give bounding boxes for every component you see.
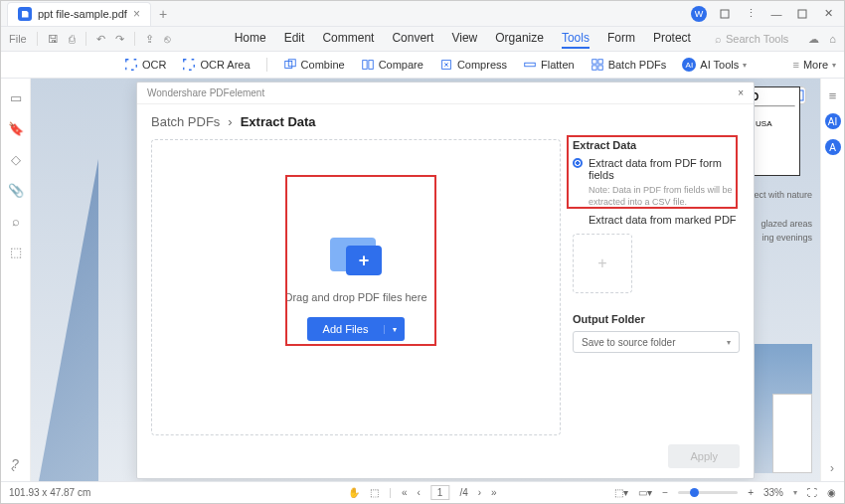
undo-icon[interactable]: ↶ bbox=[96, 33, 105, 46]
page-total: 4 bbox=[462, 487, 468, 498]
breadcrumb: Batch PDFs › Extract Data bbox=[137, 104, 754, 139]
chevron-down-icon: ▾ bbox=[727, 338, 731, 347]
folder-plus-icon: + bbox=[330, 234, 382, 275]
minimize-window-button[interactable]: — bbox=[768, 6, 784, 22]
radio-marked-pdf[interactable]: Extract data from marked PDF bbox=[589, 214, 740, 226]
hand-tool-icon[interactable]: ✋ bbox=[348, 487, 360, 498]
status-bar: 101.93 x 47.87 cm ✋ ⬚ | « ‹ 1 /4 › » ⬚▾ … bbox=[1, 481, 844, 503]
close-window-button[interactable]: ✕ bbox=[820, 6, 836, 22]
fit-width-icon[interactable]: ⬚▾ bbox=[614, 487, 628, 498]
app-menu-icon[interactable] bbox=[717, 6, 733, 22]
page-dimensions: 101.93 x 47.87 cm bbox=[9, 487, 90, 498]
menu-edit[interactable]: Edit bbox=[284, 29, 305, 49]
page-layout-icon[interactable]: ▭▾ bbox=[638, 487, 652, 498]
close-tab-icon[interactable]: × bbox=[133, 7, 140, 21]
chevron-down-icon: ▾ bbox=[743, 61, 747, 70]
ai-helper-icon[interactable]: AI bbox=[825, 113, 841, 129]
extract-options-panel: Extract Data Extract data from PDF form … bbox=[573, 139, 740, 435]
kebab-menu-icon[interactable]: ⋮ bbox=[743, 6, 759, 22]
cloud-icon[interactable]: ☁ bbox=[808, 33, 819, 46]
page-input[interactable]: 1 bbox=[430, 485, 450, 500]
left-sidebar: ▭ 🔖 ◇ 📎 ⌕ ⬚ ? bbox=[1, 79, 31, 481]
menu-tabs: Home Edit Comment Convert View Organize … bbox=[235, 29, 691, 49]
maximize-window-button[interactable] bbox=[794, 6, 810, 22]
prev-page-arrow[interactable]: ‹ bbox=[11, 461, 15, 475]
translate-icon[interactable]: A bbox=[825, 139, 841, 155]
svg-rect-0 bbox=[721, 10, 729, 18]
search-panel-icon[interactable]: ⌕ bbox=[12, 214, 20, 229]
compare-button[interactable]: Compare bbox=[361, 58, 423, 72]
menu-form[interactable]: Form bbox=[607, 29, 635, 49]
last-page-button[interactable]: » bbox=[491, 487, 497, 498]
ai-icon: AI bbox=[682, 58, 696, 72]
ocr-button[interactable]: OCR bbox=[124, 58, 166, 72]
account-badge-icon[interactable]: W bbox=[691, 6, 707, 22]
prev-page-button[interactable]: ‹ bbox=[418, 487, 421, 498]
bookmarks-icon[interactable]: 🔖 bbox=[8, 121, 24, 136]
fullscreen-icon[interactable]: ⛶ bbox=[807, 487, 817, 498]
svg-rect-3 bbox=[184, 60, 195, 71]
zoom-value[interactable]: 33% bbox=[763, 487, 783, 498]
output-folder-select[interactable]: Save to source folder ▾ bbox=[573, 331, 740, 353]
menu-convert[interactable]: Convert bbox=[392, 29, 433, 49]
next-page-arrow[interactable]: › bbox=[830, 461, 834, 475]
home-icon[interactable]: ⌂ bbox=[829, 33, 836, 46]
select-tool-icon[interactable]: ⬚ bbox=[370, 487, 379, 498]
menu-view[interactable]: View bbox=[451, 29, 477, 49]
svg-rect-2 bbox=[126, 60, 137, 71]
breadcrumb-current: Extract Data bbox=[241, 114, 316, 129]
layers-icon[interactable]: ⬚ bbox=[10, 245, 22, 259]
attachments-icon[interactable]: 📎 bbox=[8, 183, 24, 198]
search-placeholder: Search Tools bbox=[726, 33, 788, 45]
document-tab[interactable]: ppt file-sample.pdf × bbox=[7, 2, 151, 26]
export-icon[interactable]: ⎋ bbox=[164, 33, 171, 45]
chevron-down-icon: ▾ bbox=[832, 61, 836, 70]
first-page-button[interactable]: « bbox=[402, 487, 408, 498]
menu-comment[interactable]: Comment bbox=[322, 29, 374, 49]
apply-button[interactable]: Apply bbox=[668, 444, 740, 468]
svg-rect-6 bbox=[362, 61, 366, 70]
tab-title: ppt file-sample.pdf bbox=[38, 8, 127, 20]
ai-tools-button[interactable]: AIAI Tools▾ bbox=[682, 58, 747, 72]
breadcrumb-parent[interactable]: Batch PDFs bbox=[151, 114, 220, 129]
menu-home[interactable]: Home bbox=[235, 29, 266, 49]
next-page-button[interactable]: › bbox=[478, 487, 481, 498]
sliders-icon[interactable]: ≡ bbox=[829, 88, 837, 103]
file-menu[interactable]: File bbox=[9, 33, 27, 45]
menu-protect[interactable]: Protect bbox=[653, 29, 691, 49]
redo-icon[interactable]: ↷ bbox=[115, 33, 124, 46]
new-tab-button[interactable]: + bbox=[159, 6, 167, 22]
share-icon[interactable]: ⇪ bbox=[145, 33, 154, 46]
more-button[interactable]: ≡More▾ bbox=[793, 59, 836, 71]
svg-rect-1 bbox=[798, 10, 806, 18]
batch-pdfs-button[interactable]: Batch PDFs bbox=[591, 58, 667, 72]
zoom-in-button[interactable]: + bbox=[748, 487, 754, 498]
menu-tools[interactable]: Tools bbox=[562, 29, 590, 49]
svg-rect-11 bbox=[598, 60, 602, 64]
thumbnails-icon[interactable]: ▭ bbox=[10, 90, 22, 105]
compress-button[interactable]: Compress bbox=[439, 58, 507, 72]
combine-button[interactable]: Combine bbox=[283, 58, 345, 72]
print-icon[interactable]: ⎙ bbox=[69, 33, 76, 45]
save-icon[interactable]: 🖫 bbox=[48, 33, 59, 45]
comments-icon[interactable]: ◇ bbox=[11, 152, 21, 167]
tools-ribbon: OCR OCR Area Combine Compare Compress Fl… bbox=[1, 51, 844, 79]
search-tools[interactable]: ⌕ Search Tools bbox=[715, 33, 788, 45]
zoom-slider[interactable] bbox=[678, 491, 738, 494]
right-sidebar: ≡ AI A bbox=[820, 79, 844, 481]
zoom-out-button[interactable]: − bbox=[662, 487, 668, 498]
doc-text-fragment: ect with nature glazed areas ing evening… bbox=[754, 188, 812, 246]
batch-extract-dialog: Wondershare PDFelement × Batch PDFs › Ex… bbox=[136, 82, 755, 479]
mini-drop-zone[interactable]: + bbox=[573, 234, 632, 293]
document-canvas: WED tion gton, USA ect with nature glaze… bbox=[31, 79, 820, 481]
ocr-area-button[interactable]: OCR Area bbox=[182, 58, 250, 72]
svg-rect-7 bbox=[369, 61, 373, 70]
file-drop-zone[interactable]: + Drag and drop PDF files here Add Files… bbox=[151, 139, 561, 435]
highlight-annotation bbox=[567, 135, 738, 209]
svg-rect-10 bbox=[592, 60, 595, 64]
reading-mode-icon[interactable]: ◉ bbox=[827, 487, 836, 498]
menu-organize[interactable]: Organize bbox=[495, 29, 544, 49]
flatten-button[interactable]: Flatten bbox=[523, 58, 575, 72]
close-dialog-button[interactable]: × bbox=[738, 87, 744, 98]
svg-rect-13 bbox=[598, 66, 602, 70]
